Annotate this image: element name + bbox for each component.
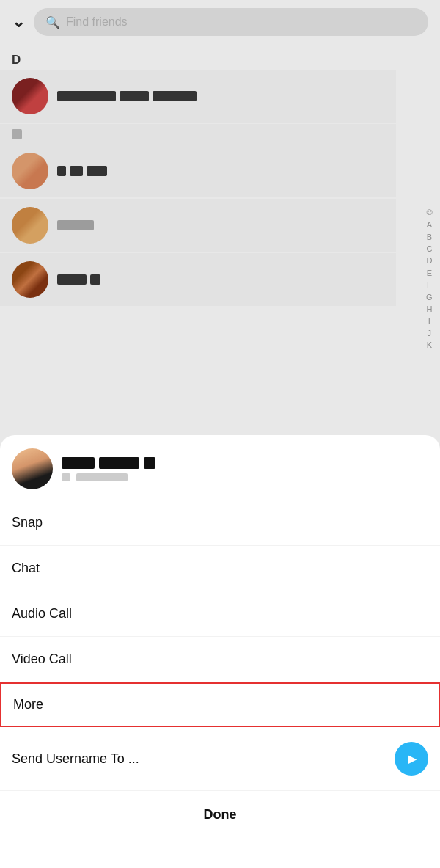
alpha-star[interactable]: ☺ bbox=[425, 205, 434, 219]
send-arrow-icon: ► bbox=[406, 751, 420, 767]
bottom-sheet: Snap Chat Audio Call Video Call More Sen… bbox=[0, 435, 440, 868]
alpha-h[interactable]: H bbox=[426, 304, 432, 315]
section-letter: D bbox=[12, 53, 21, 68]
search-icon: 🔍 bbox=[45, 15, 60, 29]
bg-contact-row bbox=[0, 199, 396, 252]
send-username-row[interactable]: Send Username To ... ► bbox=[0, 727, 440, 791]
name-block-3 bbox=[144, 457, 155, 469]
section-marker bbox=[12, 129, 22, 139]
bg-contact-row bbox=[0, 145, 396, 197]
search-placeholder: Find friends bbox=[66, 15, 128, 29]
sheet-avatar bbox=[12, 448, 53, 489]
menu-item-snap[interactable]: Snap bbox=[0, 500, 440, 546]
alpha-j[interactable]: J bbox=[428, 328, 432, 339]
alpha-a[interactable]: A bbox=[427, 219, 432, 230]
search-bar[interactable]: 🔍 Find friends bbox=[34, 8, 428, 36]
sub-row bbox=[62, 473, 155, 481]
bg-contact-row bbox=[0, 253, 396, 306]
alpha-e[interactable]: E bbox=[427, 268, 432, 279]
menu-item-video-call[interactable]: Video Call bbox=[0, 637, 440, 682]
name-blocks bbox=[62, 457, 155, 469]
avatar bbox=[12, 153, 48, 189]
menu-item-more[interactable]: More bbox=[0, 682, 440, 727]
bg-contact-list bbox=[0, 70, 396, 307]
contact-info bbox=[57, 274, 100, 285]
alpha-b[interactable]: B bbox=[427, 232, 432, 243]
avatar bbox=[12, 261, 48, 298]
alpha-g[interactable]: G bbox=[426, 292, 433, 303]
contact-info bbox=[57, 220, 94, 230]
name-block-1 bbox=[62, 457, 95, 469]
send-button[interactable]: ► bbox=[395, 742, 428, 776]
alpha-k[interactable]: K bbox=[427, 340, 432, 351]
done-button[interactable]: Done bbox=[204, 807, 237, 823]
send-username-label: Send Username To ... bbox=[12, 751, 139, 767]
bg-contact-row bbox=[0, 70, 396, 123]
avatar bbox=[12, 78, 48, 114]
menu-item-audio-call[interactable]: Audio Call bbox=[0, 591, 440, 637]
contact-info bbox=[57, 91, 197, 101]
sub-block-2 bbox=[76, 473, 128, 481]
menu-item-chat[interactable]: Chat bbox=[0, 546, 440, 591]
chevron-down-icon[interactable]: ⌄ bbox=[12, 12, 25, 32]
top-bar: ⌄ 🔍 Find friends bbox=[0, 0, 440, 44]
sub-block-1 bbox=[62, 473, 70, 481]
alpha-d[interactable]: D bbox=[426, 255, 432, 266]
avatar-image bbox=[12, 448, 53, 489]
sheet-contact-info bbox=[62, 457, 155, 481]
alpha-i[interactable]: I bbox=[428, 316, 430, 327]
contact-info bbox=[57, 166, 107, 176]
done-row[interactable]: Done bbox=[0, 791, 440, 846]
alpha-c[interactable]: C bbox=[426, 244, 432, 255]
alphabet-index[interactable]: ☺ A B C D E F G H I J K bbox=[425, 205, 434, 351]
sheet-contact-header bbox=[0, 435, 440, 500]
alpha-f[interactable]: F bbox=[427, 280, 432, 291]
avatar bbox=[12, 207, 48, 244]
name-block-2 bbox=[99, 457, 139, 469]
